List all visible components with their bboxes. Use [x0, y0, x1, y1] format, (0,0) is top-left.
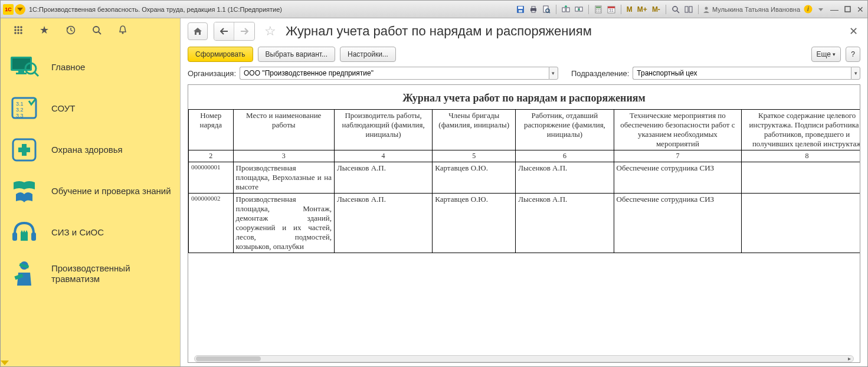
svg-text:3.3: 3.3 — [16, 113, 24, 119]
org-input[interactable] — [240, 67, 549, 80]
nav-label: Главное — [51, 62, 85, 73]
col-header: Краткое содержание целевого инструктажа.… — [742, 110, 860, 150]
nav-list: Главное 3.13.23.3 СОУТ Охрана здоровья — [1, 42, 180, 359]
svg-rect-28 — [689, 6, 692, 12]
svg-point-35 — [20, 26, 22, 28]
svg-text:3.2: 3.2 — [16, 107, 24, 113]
report-table: Номер наряда Место и наименование работы… — [188, 109, 860, 253]
close-window-button[interactable]: ✕ — [856, 5, 865, 14]
save-icon[interactable] — [515, 4, 526, 15]
nav-item-main[interactable]: Главное — [1, 47, 180, 88]
search-icon[interactable] — [92, 25, 101, 35]
settings-button[interactable]: Настройки... — [340, 47, 396, 62]
help-button[interactable]: ? — [846, 47, 860, 62]
svg-rect-10 — [566, 8, 569, 12]
cell: Лысенков А.П. — [334, 162, 432, 194]
svg-rect-9 — [562, 8, 565, 12]
sidebar: ★ Главное — [1, 18, 181, 366]
svg-line-51 — [34, 72, 38, 76]
svg-line-44 — [99, 32, 101, 34]
svg-rect-21 — [600, 11, 601, 12]
minimize-button[interactable]: — — [830, 5, 839, 14]
choose-variant-button[interactable]: Выбрать вариант... — [258, 47, 335, 62]
main-menu-dropdown[interactable] — [15, 4, 25, 15]
cell: Производственная площадка, Монтаж, демон… — [233, 194, 334, 253]
health-cross-icon — [9, 136, 40, 164]
svg-rect-12 — [579, 7, 582, 11]
monitor-search-icon — [9, 53, 40, 81]
close-tab-button[interactable]: ✕ — [847, 22, 860, 40]
nav-item-siz[interactable]: СИЗ и СиОС — [1, 212, 180, 253]
panels-icon[interactable] — [683, 4, 694, 15]
window-title: 1С:Производственная безопасность. Охрана… — [29, 6, 515, 13]
history-icon[interactable] — [65, 25, 76, 35]
nav-label: Обучение и проверка знаний — [51, 186, 171, 196]
horizontal-scrollbar[interactable]: ▸ — [194, 355, 854, 362]
calendar-icon[interactable]: 31 — [606, 4, 617, 15]
user-menu[interactable]: Мулыкина Татьяна Ивановна — [703, 6, 800, 13]
col-number: 5 — [433, 150, 516, 162]
svg-point-13 — [578, 8, 579, 10]
svg-point-39 — [14, 32, 17, 34]
memory-m-button[interactable]: M — [625, 4, 634, 15]
col-number: 3 — [233, 150, 334, 162]
nav-item-injury[interactable]: Производственный травматизм — [1, 253, 180, 294]
nav-item-training[interactable]: Обучение и проверка знаний — [1, 171, 180, 212]
print-icon[interactable] — [528, 4, 539, 15]
svg-point-45 — [122, 32, 124, 34]
notifications-icon[interactable] — [118, 25, 127, 35]
nav-forward-button — [234, 22, 254, 40]
cell — [742, 194, 860, 253]
favorites-icon[interactable]: ★ — [40, 24, 49, 37]
nav-back-button[interactable] — [214, 22, 234, 40]
home-button[interactable] — [188, 22, 208, 40]
svg-rect-18 — [600, 9, 601, 10]
info-dropdown-icon[interactable] — [815, 4, 826, 15]
svg-rect-58 — [18, 148, 30, 152]
report-viewport[interactable]: Журнал учета работ по нарядам и распоряж… — [188, 84, 860, 363]
col-header: Работник, отдавший распоряжение (фамилия… — [516, 110, 614, 150]
col-number: 4 — [334, 150, 432, 162]
col-header: Номер наряда — [189, 110, 234, 150]
nav-item-sout[interactable]: 3.13.23.3 СОУТ — [1, 88, 180, 129]
org-dropdown-icon[interactable]: ▾ — [549, 67, 558, 80]
dept-input[interactable] — [633, 67, 851, 80]
nav-label: Охрана здоровья — [51, 145, 123, 155]
nav-label: СОУТ — [51, 103, 76, 114]
sidebar-collapse-icon[interactable] — [1, 359, 180, 366]
preview-icon[interactable] — [541, 4, 552, 15]
nav-label: СИЗ и СиОС — [51, 227, 104, 238]
zoom-icon[interactable] — [670, 4, 681, 15]
favorite-toggle-icon[interactable]: ☆ — [264, 24, 276, 39]
cell: Лысенков А.П. — [334, 194, 432, 253]
dept-label: Подразделение: — [571, 69, 629, 78]
svg-text:i: i — [807, 6, 809, 12]
svg-rect-2 — [519, 10, 522, 12]
memory-mminus-button[interactable]: M- — [651, 4, 661, 15]
svg-rect-60 — [31, 232, 36, 241]
maximize-button[interactable] — [843, 5, 852, 14]
dept-dropdown-icon[interactable]: ▾ — [851, 67, 860, 80]
table-row: 000000002 Производственная площадка, Мон… — [189, 194, 861, 253]
compare-icon[interactable] — [561, 4, 571, 15]
training-book-icon — [9, 177, 40, 205]
svg-point-43 — [93, 27, 99, 32]
sections-menu-icon[interactable] — [14, 25, 23, 35]
link-icon[interactable] — [574, 4, 584, 15]
calculator-icon[interactable] — [593, 4, 604, 15]
svg-rect-15 — [596, 6, 601, 8]
generate-button[interactable]: Сформировать — [188, 47, 253, 62]
user-name: Мулыкина Татьяна Ивановна — [712, 6, 800, 13]
table-row: 000000001 Производственная площадка, Вер… — [189, 162, 861, 194]
memory-mplus-button[interactable]: M+ — [636, 4, 648, 15]
svg-rect-19 — [596, 11, 597, 12]
svg-rect-1 — [518, 6, 523, 9]
page-title: Журнал учета работ по нарядам и распоряж… — [286, 24, 592, 39]
svg-point-25 — [673, 6, 677, 11]
svg-text:31: 31 — [609, 8, 614, 12]
col-number: 6 — [516, 150, 614, 162]
nav-item-health[interactable]: Охрана здоровья — [1, 129, 180, 171]
info-icon[interactable]: i — [803, 4, 813, 15]
more-button[interactable]: Еще ▾ — [811, 47, 841, 62]
svg-line-26 — [677, 11, 679, 13]
